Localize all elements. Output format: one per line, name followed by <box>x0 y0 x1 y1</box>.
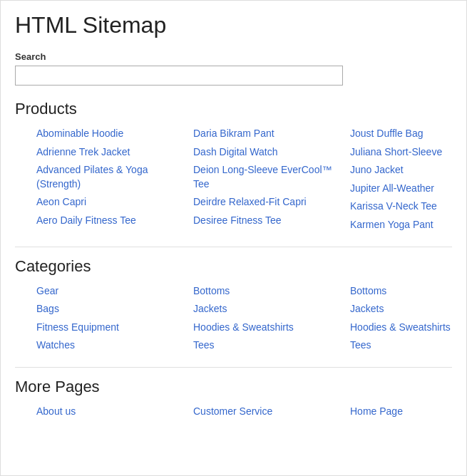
more-pages-heading: More Pages <box>15 378 452 396</box>
product-link[interactable]: Advanced Pilates & Yoga (Strength) <box>36 163 193 191</box>
categories-section: Categories Gear Bags Fitness Equipment W… <box>15 257 452 353</box>
categories-col1: Gear Bags Fitness Equipment Watches <box>36 284 193 353</box>
search-label: Search <box>15 51 452 62</box>
category-link[interactable]: Fitness Equipment <box>36 321 193 335</box>
products-grid: Abominable Hoodie Adrienne Trek Jacket A… <box>15 127 452 232</box>
categories-heading: Categories <box>15 257 452 276</box>
products-heading: Products <box>15 100 452 118</box>
category-link[interactable]: Bottoms <box>350 284 467 299</box>
page-link[interactable]: About us <box>36 405 193 419</box>
product-link[interactable]: Deion Long-Sleeve EverCool™ Tee <box>193 163 350 191</box>
product-link[interactable]: Juliana Short-Sleeve <box>350 145 467 160</box>
more-pages-section: More Pages About us Customer Service Hom… <box>15 378 452 419</box>
category-link[interactable]: Hoodies & Sweatshirts <box>193 321 350 335</box>
more-pages-col3: Home Page <box>350 405 467 419</box>
more-pages-grid: About us Customer Service Home Page <box>15 405 452 419</box>
page-link[interactable]: Customer Service <box>193 405 350 419</box>
category-link[interactable]: Watches <box>36 338 193 353</box>
product-link[interactable]: Juno Jacket <box>350 163 467 177</box>
product-link[interactable]: Desiree Fitness Tee <box>193 214 350 228</box>
products-col3: Joust Duffle Bag Juliana Short-Sleeve Ju… <box>350 127 467 232</box>
product-link[interactable]: Aero Daily Fitness Tee <box>36 214 193 228</box>
product-link[interactable]: Karmen Yoga Pant <box>350 218 467 232</box>
product-link[interactable]: Aeon Capri <box>36 195 193 209</box>
product-link[interactable]: Abominable Hoodie <box>36 127 193 141</box>
categories-grid: Gear Bags Fitness Equipment Watches Bott… <box>15 284 452 353</box>
page-title: HTML Sitemap <box>15 12 452 38</box>
category-link[interactable]: Bags <box>36 302 193 316</box>
divider <box>15 367 452 368</box>
products-col2: Daria Bikram Pant Dash Digital Watch Dei… <box>193 127 350 232</box>
product-link[interactable]: Jupiter All-Weather <box>350 182 467 196</box>
category-link[interactable]: Tees <box>350 338 467 353</box>
search-input[interactable] <box>15 66 343 86</box>
product-link[interactable]: Daria Bikram Pant <box>193 127 350 141</box>
more-pages-col2: Customer Service <box>193 405 350 419</box>
products-section: Products Abominable Hoodie Adrienne Trek… <box>15 100 452 232</box>
product-link[interactable]: Deirdre Relaxed-Fit Capri <box>193 195 350 209</box>
page-link[interactable]: Home Page <box>350 405 467 419</box>
categories-col3: Bottoms Jackets Hoodies & Sweatshirts Te… <box>350 284 467 353</box>
product-link[interactable]: Dash Digital Watch <box>193 145 350 160</box>
product-link[interactable]: Karissa V-Neck Tee <box>350 200 467 214</box>
categories-col2: Bottoms Jackets Hoodies & Sweatshirts Te… <box>193 284 350 353</box>
category-link[interactable]: Tees <box>193 338 350 353</box>
divider <box>15 247 452 247</box>
product-link[interactable]: Joust Duffle Bag <box>350 127 467 141</box>
category-link[interactable]: Gear <box>36 284 193 299</box>
more-pages-col1: About us <box>36 405 193 419</box>
category-link[interactable]: Jackets <box>350 302 467 316</box>
product-link[interactable]: Adrienne Trek Jacket <box>36 145 193 160</box>
products-col1: Abominable Hoodie Adrienne Trek Jacket A… <box>36 127 193 232</box>
category-link[interactable]: Hoodies & Sweatshirts <box>350 321 467 335</box>
category-link[interactable]: Bottoms <box>193 284 350 299</box>
category-link[interactable]: Jackets <box>193 302 350 316</box>
